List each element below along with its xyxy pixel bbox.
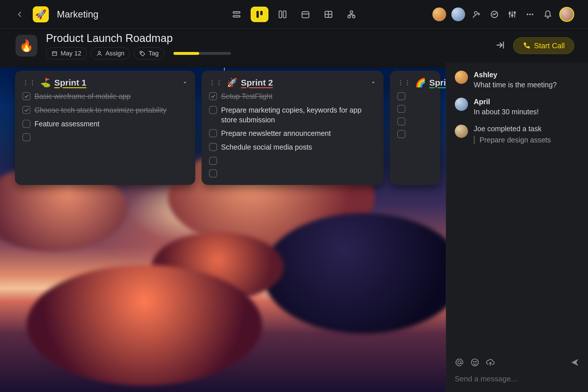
task-item[interactable]: Choose tech stack to maximize portabilit… bbox=[22, 105, 188, 115]
collapse-sidebar-button[interactable] bbox=[495, 40, 506, 51]
task-item[interactable] bbox=[397, 117, 433, 125]
chat-input[interactable] bbox=[455, 374, 579, 383]
task-item[interactable]: Prepare marketing copies, keywords for a… bbox=[209, 105, 376, 125]
start-call-button[interactable]: Start Call bbox=[513, 37, 574, 54]
column-menu-button[interactable] bbox=[370, 78, 376, 88]
workspace-title: Marketing bbox=[57, 9, 98, 20]
chat-message: Joe completed a task Prepare design asse… bbox=[455, 125, 579, 144]
assign-chip[interactable]: Assign bbox=[91, 47, 130, 59]
task-item[interactable] bbox=[22, 133, 188, 141]
task-checkbox[interactable] bbox=[397, 117, 405, 125]
chat-toolbar bbox=[455, 358, 579, 368]
task-item[interactable]: Basic wireframe of mobile app bbox=[22, 92, 188, 101]
attach-button[interactable] bbox=[486, 358, 495, 368]
avatar[interactable] bbox=[455, 125, 468, 138]
task-text: Feature assessment bbox=[34, 119, 100, 129]
project-title: Product Launch Roadmap bbox=[46, 32, 231, 45]
column-sprint-1: ⋮⋮ ⛳ Sprint 1 Basic wireframe of mobile … bbox=[15, 71, 195, 185]
more-button[interactable] bbox=[524, 8, 536, 21]
bell-icon bbox=[543, 10, 552, 19]
svg-point-27 bbox=[514, 12, 515, 13]
task-checkbox[interactable] bbox=[209, 92, 217, 100]
dots-icon bbox=[526, 10, 534, 19]
project-icon[interactable]: 🔥 bbox=[16, 35, 37, 57]
send-icon bbox=[570, 358, 579, 367]
task-item[interactable] bbox=[209, 156, 376, 165]
avatar[interactable] bbox=[455, 98, 468, 111]
message-author: April bbox=[474, 98, 539, 106]
column-header[interactable]: ⋮⋮ ⛳ Sprint 1 bbox=[22, 78, 188, 88]
drag-handle-icon[interactable]: ⋮⋮ bbox=[22, 79, 36, 86]
at-icon bbox=[455, 358, 464, 367]
assign-label: Assign bbox=[105, 50, 124, 57]
svg-point-18 bbox=[475, 11, 477, 14]
task-item[interactable] bbox=[397, 92, 433, 100]
view-split[interactable] bbox=[274, 7, 291, 22]
task-checkbox[interactable] bbox=[209, 106, 217, 114]
drag-handle-icon[interactable]: ⋮⋮ bbox=[397, 79, 411, 86]
calendar-small-icon bbox=[51, 50, 58, 57]
view-calendar[interactable] bbox=[297, 7, 314, 22]
task-checkbox[interactable] bbox=[209, 169, 217, 177]
task-checkbox[interactable] bbox=[22, 120, 30, 128]
svg-point-23 bbox=[509, 12, 510, 14]
notifications-button[interactable] bbox=[541, 8, 554, 21]
drag-handle-icon[interactable]: ⋮⋮ bbox=[209, 79, 223, 86]
presence-avatar-april[interactable] bbox=[451, 7, 465, 21]
current-user-avatar[interactable] bbox=[559, 7, 574, 22]
view-board[interactable] bbox=[251, 7, 268, 22]
mention-button[interactable] bbox=[455, 358, 464, 368]
view-table[interactable] bbox=[320, 7, 337, 22]
task-checkbox[interactable] bbox=[22, 106, 30, 114]
date-chip[interactable]: May 12 bbox=[46, 47, 87, 59]
view-org[interactable] bbox=[343, 7, 360, 22]
back-button[interactable] bbox=[13, 7, 26, 21]
task-checkbox[interactable] bbox=[22, 133, 30, 141]
column-sprint-3: ⋮⋮ 🌈 Sprin bbox=[390, 71, 440, 185]
column-header[interactable]: ⋮⋮ 🚀 Sprint 2 bbox=[209, 78, 376, 88]
svg-rect-0 bbox=[233, 11, 240, 13]
task-item[interactable]: Schedule social media posts bbox=[209, 142, 376, 152]
task-item[interactable]: Feature assessment bbox=[22, 119, 188, 129]
task-item[interactable]: Setup TestFlight bbox=[209, 92, 376, 101]
column-emoji: ⛳ bbox=[40, 78, 51, 88]
task-checkbox[interactable] bbox=[397, 92, 405, 100]
task-checkbox[interactable] bbox=[22, 92, 30, 100]
table-icon bbox=[324, 10, 333, 19]
progress-fill bbox=[173, 52, 199, 55]
column-menu-button[interactable] bbox=[182, 78, 188, 88]
emoji-button[interactable] bbox=[470, 358, 479, 368]
date-label: May 12 bbox=[61, 50, 81, 57]
presence-avatar-ashley[interactable] bbox=[432, 7, 446, 21]
task-item[interactable] bbox=[397, 130, 433, 138]
task-item[interactable] bbox=[209, 169, 376, 177]
tag-label: Tag bbox=[148, 50, 158, 57]
workspace-icon[interactable]: 🚀 bbox=[33, 6, 49, 22]
column-header[interactable]: ⋮⋮ 🌈 Sprin bbox=[397, 78, 433, 88]
task-text: Schedule social media posts bbox=[221, 142, 312, 152]
task-checkbox[interactable] bbox=[209, 143, 217, 151]
activity-icon bbox=[490, 10, 499, 19]
progress-bar bbox=[173, 52, 231, 55]
chat-message: Ashley What time is the meeting? bbox=[455, 71, 579, 89]
column-title: Sprint 1 bbox=[54, 78, 86, 88]
task-checkbox[interactable] bbox=[397, 105, 405, 113]
person-icon bbox=[96, 50, 102, 57]
task-item[interactable] bbox=[397, 104, 433, 113]
send-button[interactable] bbox=[570, 358, 579, 368]
split-icon bbox=[278, 10, 287, 19]
activity-button[interactable] bbox=[488, 8, 501, 21]
column-emoji: 🌈 bbox=[415, 78, 426, 88]
tag-chip[interactable]: Tag bbox=[134, 47, 164, 59]
task-checkbox[interactable] bbox=[209, 157, 217, 165]
task-checkbox[interactable] bbox=[209, 129, 217, 137]
message-text: Joe completed a task bbox=[474, 125, 551, 133]
settings-button[interactable] bbox=[506, 8, 519, 21]
task-item[interactable]: Prepare newsletter announcement bbox=[209, 129, 376, 138]
board-columns: ⋮⋮ ⛳ Sprint 1 Basic wireframe of mobile … bbox=[15, 71, 440, 185]
task-checkbox[interactable] bbox=[397, 130, 405, 138]
avatar[interactable] bbox=[455, 71, 468, 84]
add-member-button[interactable] bbox=[470, 8, 483, 21]
view-list[interactable] bbox=[228, 7, 245, 22]
call-button-label: Start Call bbox=[534, 41, 565, 50]
